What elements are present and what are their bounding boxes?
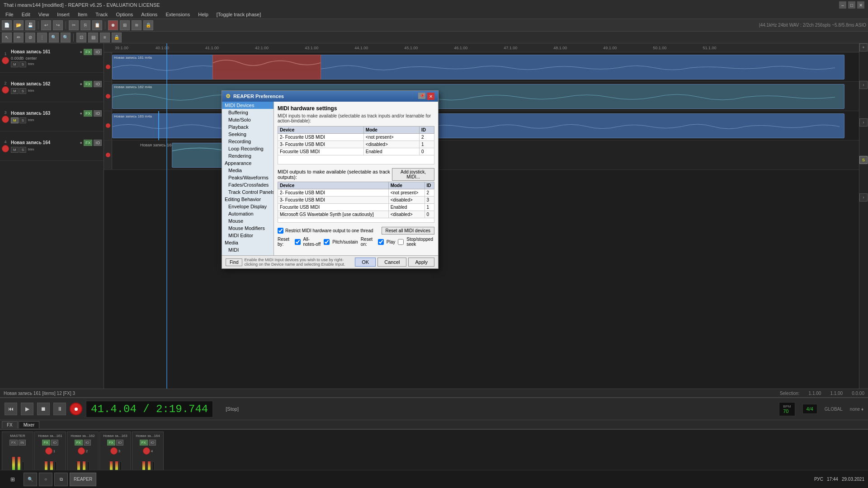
sidebar-mouse[interactable]: Mouse — [222, 217, 274, 225]
audio-clip-1-red[interactable] — [212, 55, 321, 80]
restrict-checkbox[interactable] — [278, 228, 283, 234]
scroll-right-4[interactable]: › — [859, 193, 868, 202]
track-fx-4[interactable]: FX — [84, 140, 93, 146]
sidebar-fades-crossfades[interactable]: Fades/Crossfades — [222, 181, 274, 188]
dialog-pin-btn[interactable]: 📌 — [418, 93, 425, 99]
output-row-1[interactable]: 2- Focusrite USB MIDI <not present> 2 — [278, 189, 434, 197]
ch4-rec-btn[interactable] — [143, 447, 150, 455]
ch3-rec-btn[interactable] — [110, 447, 118, 455]
track-record-2[interactable] — [2, 86, 9, 94]
toolbar-open[interactable]: 📂 — [14, 20, 24, 30]
apply-btn[interactable]: Apply — [408, 258, 434, 267]
add-joystick-btn[interactable]: Add joystick, MIDI... — [392, 168, 434, 181]
taskbar-reaper[interactable]: REAPER — [70, 473, 96, 486]
track-io-2[interactable]: IO — [94, 81, 102, 87]
toolbar-cut[interactable]: ✂ — [69, 20, 79, 30]
menu-extensions[interactable]: Extensions — [162, 11, 193, 18]
stop-seek-checkbox[interactable] — [398, 239, 404, 245]
track-record-3[interactable] — [2, 116, 9, 123]
toolbar2-ripple-toggle[interactable]: ≡ — [100, 33, 110, 42]
lane-rec-2[interactable] — [106, 94, 110, 99]
taskbar-cortana[interactable]: ○ — [39, 473, 52, 486]
find-btn[interactable]: Find — [226, 258, 242, 266]
output-row-2[interactable]: 3- Focusrite USB MIDI <disabled> 3 — [278, 197, 434, 204]
track-fx-2[interactable]: FX — [84, 81, 93, 87]
play-checkbox[interactable] — [378, 239, 384, 245]
input-row-1[interactable]: 2- Focusrite USB MIDI <not present> 2 — [278, 134, 434, 141]
track-io-4[interactable]: IO — [94, 140, 102, 146]
menu-help[interactable]: Help — [194, 11, 212, 18]
start-button[interactable]: ⊞ — [4, 473, 22, 486]
cancel-btn[interactable]: Cancel — [377, 258, 406, 267]
toolbar-new[interactable]: 📄 — [2, 20, 12, 30]
toolbar2-zoom-out[interactable]: 🔍 — [61, 33, 71, 42]
menu-item[interactable]: Item — [74, 11, 91, 18]
menu-options[interactable]: Options — [112, 11, 137, 18]
toolbar-lock[interactable]: 🔒 — [143, 20, 153, 30]
maximize-button[interactable]: □ — [848, 1, 855, 9]
transport-goto-start[interactable]: ⏮ — [5, 403, 17, 415]
toolbar2-pencil[interactable]: ✏ — [14, 33, 24, 42]
sidebar-rendering[interactable]: Rendering — [222, 152, 274, 160]
track-record-4[interactable] — [2, 145, 9, 152]
transport-record-btn[interactable]: ⏺ — [70, 403, 82, 415]
track-solo-2[interactable]: S — [19, 88, 26, 94]
tab-fx[interactable]: FX — [2, 421, 18, 428]
ch2-rec-btn[interactable] — [78, 447, 85, 455]
sidebar-seeking[interactable]: Seeking — [222, 131, 274, 138]
sidebar-video-import[interactable]: Video/Import/Misc — [222, 253, 274, 255]
toolbar-record[interactable]: ⏺ — [108, 20, 118, 30]
transport-pause[interactable]: ⏸ — [53, 403, 66, 415]
sidebar-track-control-panels[interactable]: Track Control Panels — [222, 188, 274, 196]
sidebar-buffering[interactable]: Buffering — [222, 109, 274, 116]
menu-file[interactable]: File — [2, 11, 17, 18]
add-track-btn[interactable]: + — [859, 43, 868, 52]
sidebar-appearance[interactable]: Appearance — [222, 160, 274, 167]
master-fx-btn[interactable]: FX — [9, 440, 18, 446]
ch1-io-btn[interactable]: IO — [51, 440, 58, 446]
taskbar-taskview[interactable]: ⧉ — [54, 473, 68, 486]
scroll-right-1[interactable]: › — [859, 81, 868, 89]
taskbar-search[interactable]: 🔍 — [24, 473, 37, 486]
track-mute-1[interactable]: M — [11, 61, 19, 67]
track-mute-2[interactable]: M — [11, 88, 19, 94]
ch3-io-btn[interactable]: IO — [116, 440, 123, 446]
toolbar-copy[interactable]: ⎘ — [80, 20, 90, 30]
menu-actions[interactable]: Actions — [137, 11, 161, 18]
toolbar-ripple[interactable]: ≋ — [132, 20, 142, 30]
track-fx-1[interactable]: FX — [84, 49, 93, 55]
dialog-close-btn[interactable]: ✕ — [427, 93, 434, 100]
menu-toggle-track-phase[interactable]: [Toggle track phase] — [213, 11, 264, 18]
all-notes-off-checkbox[interactable] — [295, 239, 301, 245]
scroll-right-3[interactable]: S — [859, 156, 868, 164]
lane-rec-4[interactable] — [106, 153, 110, 157]
menu-view[interactable]: View — [35, 11, 53, 18]
ok-btn[interactable]: OK — [355, 258, 376, 267]
menu-insert[interactable]: Insert — [53, 11, 73, 18]
lane-rec-1[interactable] — [106, 65, 110, 69]
close-button[interactable]: ✕ — [857, 1, 864, 9]
track-record-1[interactable] — [2, 57, 9, 64]
ch4-io-btn[interactable]: IO — [149, 440, 156, 446]
input-row-2[interactable]: 3- Focusrite USB MIDI <disabled> 1 — [278, 141, 434, 148]
sidebar-media[interactable]: Media — [222, 167, 274, 174]
toolbar-undo[interactable]: ↩ — [41, 20, 51, 30]
ch3-fx-btn[interactable]: FX — [107, 440, 115, 446]
minimize-button[interactable]: – — [839, 1, 846, 9]
sidebar-mute-solo[interactable]: Mute/Solo — [222, 116, 274, 123]
sidebar-peaks-waveforms[interactable]: Peaks/Waveforms — [222, 174, 274, 181]
time-sig-value[interactable]: 4/4 — [807, 406, 813, 412]
sidebar-playback[interactable]: Playback — [222, 123, 274, 131]
ch1-rec-btn[interactable] — [45, 447, 52, 455]
transport-stop[interactable]: ⏹ — [37, 403, 50, 415]
menu-track[interactable]: Track — [92, 11, 111, 18]
sidebar-midi-editor[interactable]: MIDI Editor — [222, 232, 274, 239]
ch2-fx-btn[interactable]: FX — [75, 440, 83, 446]
output-row-3[interactable]: Focusrite USB MIDI Enabled 1 — [278, 204, 434, 211]
sidebar-mouse-modifiers[interactable]: Mouse Modifiers — [222, 225, 274, 232]
toolbar-redo[interactable]: ↪ — [53, 20, 63, 30]
scroll-right-2[interactable]: › — [859, 118, 868, 127]
toolbar2-lock-toggle[interactable]: 🔒 — [112, 33, 122, 42]
master-in-btn[interactable]: IN — [19, 440, 26, 446]
toolbar2-split[interactable]: ⋮ — [37, 33, 47, 42]
